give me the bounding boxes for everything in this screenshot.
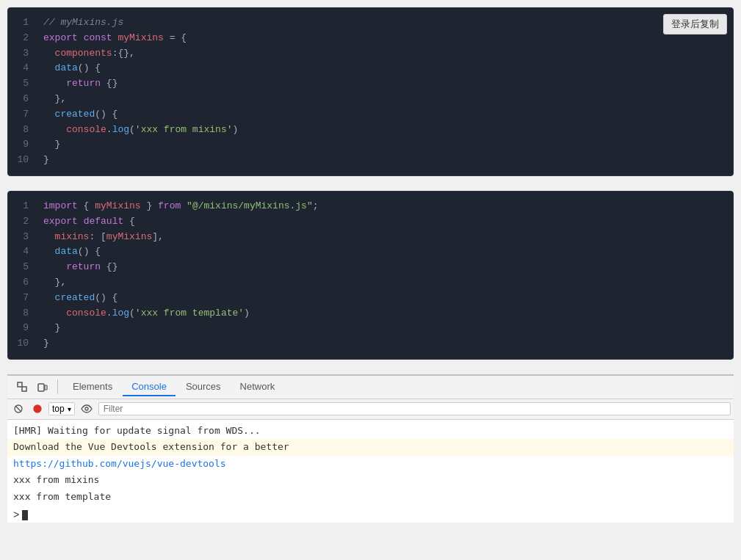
inspect-element-button[interactable] xyxy=(13,379,31,394)
eye-button[interactable] xyxy=(78,403,95,415)
page-container: 登录后复制 1// myMixins.js2export const myMix… xyxy=(0,0,741,560)
console-line-text: xxx from template xyxy=(13,490,728,504)
line-number: 10 xyxy=(8,153,37,168)
prop-token: components xyxy=(55,48,112,59)
default-token xyxy=(43,246,55,257)
tab-elements[interactable]: Elements xyxy=(64,378,121,396)
comment-token: // myMixins.js xyxy=(43,17,123,28)
line-code: import { myMixins } from "@/mixins/myMix… xyxy=(37,199,733,214)
string-token: "@/mixins/myMixins.js" xyxy=(187,200,313,211)
line-code: // myMixins.js xyxy=(37,15,733,31)
console-line-text: [HMR] Waiting for update signal from WDS… xyxy=(13,423,728,438)
tab-console[interactable]: Console xyxy=(123,378,176,396)
table-row: 2export const myMixins = { xyxy=(8,31,733,46)
console-token: console xyxy=(66,124,106,135)
default-token xyxy=(43,48,55,59)
default-token: ( xyxy=(129,308,135,319)
table-row: 4 data() { xyxy=(8,244,733,260)
devtools-panel: Elements Console Sources Network top xyxy=(7,374,734,523)
line-number: 4 xyxy=(8,61,37,76)
default-token: :{}, xyxy=(112,48,135,59)
line-number: 7 xyxy=(8,291,37,306)
line-code: data() { xyxy=(37,61,733,76)
console-input-line[interactable]: > xyxy=(7,508,734,523)
svg-point-7 xyxy=(85,407,88,410)
default-token xyxy=(43,231,55,242)
line-code: } xyxy=(37,336,733,352)
console-link[interactable]: https://github.com/vuejs/vue-devtools xyxy=(13,458,226,469)
chevron-down-icon: ▾ xyxy=(68,405,71,413)
table-row: 9 } xyxy=(8,321,733,336)
line-number: 9 xyxy=(8,137,37,153)
console-token: console xyxy=(66,308,106,319)
line-number: 8 xyxy=(8,306,37,321)
table-row: 2export default { xyxy=(8,214,733,230)
fn-token: data xyxy=(55,62,78,73)
table-row: 10} xyxy=(8,153,733,168)
line-code: console.log('xxx from template') xyxy=(37,306,733,321)
default-token: } xyxy=(141,200,158,211)
tab-sources[interactable]: Sources xyxy=(177,378,230,396)
svg-rect-1 xyxy=(22,387,26,391)
line-code: console.log('xxx from mixins') xyxy=(37,123,733,138)
table-row: 9 } xyxy=(8,137,733,153)
line-code: }, xyxy=(37,275,733,291)
tab-network[interactable]: Network xyxy=(231,378,284,396)
code-table-2: 1import { myMixins } from "@/mixins/myMi… xyxy=(8,199,733,352)
table-row: 8 console.log('xxx from mixins') xyxy=(8,123,733,138)
console-line: Download the Vue Devtools extension for … xyxy=(7,439,734,456)
svg-rect-3 xyxy=(45,385,47,390)
line-number: 7 xyxy=(8,107,37,123)
var-token: myMixins xyxy=(118,32,163,43)
default-token: ; xyxy=(313,200,319,211)
default-token: = { xyxy=(164,32,187,43)
table-row: 1// myMixins.js xyxy=(8,15,733,31)
device-toolbar-button[interactable] xyxy=(34,379,51,394)
console-prompt: > xyxy=(13,509,19,521)
line-number: 10 xyxy=(8,336,37,352)
table-row: 3 mixins: [myMixins], xyxy=(8,230,733,245)
context-selector[interactable]: top ▾ xyxy=(48,402,75,415)
default-token: () { xyxy=(78,246,101,257)
line-number: 6 xyxy=(8,275,37,291)
keyword-token: from xyxy=(158,200,181,211)
line-code: data() { xyxy=(37,244,733,260)
default-token xyxy=(181,200,187,211)
console-line: [HMR] Waiting for update signal from WDS… xyxy=(7,423,734,440)
line-code: return {} xyxy=(37,76,733,92)
default-token: () { xyxy=(95,109,118,120)
code-block-1: 登录后复制 1// myMixins.js2export const myMix… xyxy=(7,7,734,176)
default-token xyxy=(43,109,55,120)
line-number: 3 xyxy=(8,46,37,62)
line-code: created() { xyxy=(37,291,733,306)
table-row: 1import { myMixins } from "@/mixins/myMi… xyxy=(8,199,733,214)
default-token xyxy=(43,308,66,319)
default-token: { xyxy=(78,200,95,211)
console-filter-input[interactable] xyxy=(98,402,731,415)
context-label: top xyxy=(52,404,65,414)
fn-token: data xyxy=(55,246,78,257)
default-token xyxy=(78,216,84,227)
line-number: 5 xyxy=(8,260,37,275)
table-row: 5 return {} xyxy=(8,76,733,92)
table-row: 8 console.log('xxx from template') xyxy=(8,306,733,321)
default-token: () { xyxy=(95,292,118,303)
toolbar-separator xyxy=(57,379,58,394)
keyword-token: return xyxy=(66,261,101,272)
line-number: 8 xyxy=(8,123,37,138)
clear-console-button[interactable] xyxy=(10,402,26,415)
copy-button[interactable]: 登录后复制 xyxy=(663,14,727,34)
var-token: myMixins xyxy=(95,200,140,211)
var-token: myMixins xyxy=(106,231,152,242)
line-number: 6 xyxy=(8,92,37,107)
console-line: xxx from template xyxy=(7,489,734,506)
line-code: components:{}, xyxy=(37,46,733,62)
console-line: https://github.com/vuejs/vue-devtools xyxy=(7,456,734,473)
keyword-token: return xyxy=(66,78,101,89)
line-code: export const myMixins = { xyxy=(37,31,733,46)
default-token xyxy=(78,32,84,43)
console-line-text: xxx from mixins xyxy=(13,473,728,487)
stop-recording-button[interactable] xyxy=(29,402,46,415)
svg-rect-2 xyxy=(38,384,44,391)
devtools-toolbar: Elements Console Sources Network xyxy=(7,376,734,399)
